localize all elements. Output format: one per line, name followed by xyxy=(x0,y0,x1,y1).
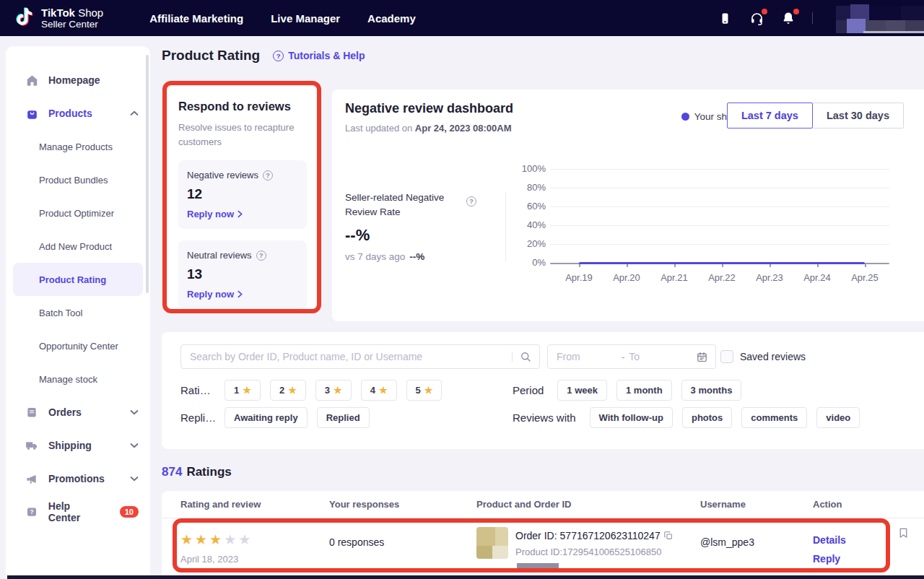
rating-cell: ★★★★★ April 18, 2023 xyxy=(180,518,329,572)
y-tick: 100% xyxy=(518,163,546,174)
sidebar-item-product-bundles[interactable]: Product Bundles xyxy=(6,163,150,196)
product-id-line: Product ID:1729541006525106850 xyxy=(515,547,674,557)
sidebar-item-add-new-product[interactable]: Add New Product xyxy=(6,230,150,263)
col-username: Username xyxy=(700,499,813,510)
ratings-count: 874 xyxy=(162,465,182,479)
tiktok-shop-logo[interactable]: TikTok Shop Seller Center xyxy=(14,5,103,31)
review-date: April 18, 2023 xyxy=(180,554,329,565)
sidebar-item-product-optimizer[interactable]: Product Optimizer xyxy=(6,196,150,230)
sidebar-item-batch-tool[interactable]: Batch Tool xyxy=(6,296,150,329)
comments-chip[interactable]: comments xyxy=(741,407,807,428)
col-rating-and-review: Rating and review xyxy=(180,499,329,510)
question-circle-icon[interactable]: ? xyxy=(466,196,476,206)
star-icon: ★ xyxy=(288,385,297,396)
support-headset-icon[interactable] xyxy=(749,10,764,26)
sidebar-item-opportunity-center[interactable]: Opportunity Center xyxy=(6,329,150,362)
x-tick: Apr.20 xyxy=(613,272,640,283)
video-chip[interactable]: video xyxy=(816,407,860,428)
photos-chip[interactable]: photos xyxy=(682,407,732,428)
reply-link[interactable]: Reply xyxy=(813,553,924,565)
search-input[interactable] xyxy=(190,351,505,362)
dashboard-title: Negative review dashboard xyxy=(345,101,513,116)
sidebar-item-help-center[interactable]: ? Help Center 10 xyxy=(6,495,150,528)
home-icon xyxy=(25,73,39,87)
sidebar-item-promotions[interactable]: Promotions xyxy=(6,462,150,495)
neutral-reviews-count: 13 xyxy=(187,266,298,282)
neutral-reviews-label: Neutral reviews xyxy=(187,250,252,261)
sidebar-item-manage-stock[interactable]: Manage stock xyxy=(6,362,150,396)
bookmark-icon[interactable] xyxy=(897,527,910,542)
nav-right-icons xyxy=(717,3,924,33)
respond-panel-title: Respond to reviews xyxy=(178,100,307,113)
nav-link-live-manager[interactable]: Live Manager xyxy=(271,12,340,25)
rating-4-star-chip[interactable]: 4★ xyxy=(361,380,397,401)
product-thumbnail-redacted[interactable] xyxy=(476,527,508,559)
saved-reviews-label: Saved reviews xyxy=(740,351,806,362)
reply-now-label: Reply now xyxy=(187,289,234,300)
mobile-app-icon[interactable] xyxy=(717,10,733,26)
sidebar-scrollbar[interactable] xyxy=(146,55,149,293)
nav-link-affiliate-marketing[interactable]: Affiliate Marketing xyxy=(149,12,243,25)
question-circle-icon[interactable]: ? xyxy=(256,251,266,261)
account-avatar-redacted[interactable] xyxy=(836,3,924,33)
negative-reviews-card: Negative reviews ? 12 Reply now xyxy=(178,160,307,229)
date-from-input[interactable] xyxy=(557,351,620,362)
last-7-days-button[interactable]: Last 7 days xyxy=(727,103,813,129)
replied-filter-label: Repli… xyxy=(180,412,215,424)
bell-icon[interactable] xyxy=(780,10,796,26)
col-action: Action xyxy=(813,499,924,510)
y-tick: 0% xyxy=(518,257,546,268)
awaiting-reply-chip[interactable]: Awaiting reply xyxy=(225,407,308,428)
period-filter-row: Period 1 week 1 month 3 months xyxy=(513,380,741,401)
nav-link-academy[interactable]: Academy xyxy=(367,12,416,25)
date-to-input[interactable] xyxy=(629,351,674,362)
orders-document-icon xyxy=(25,405,39,419)
saved-reviews-checkbox[interactable] xyxy=(720,350,733,363)
x-tick: Apr.19 xyxy=(565,272,593,283)
sidebar-item-label: Homepage xyxy=(48,74,100,86)
sidebar-item-shipping[interactable]: Shipping xyxy=(6,429,150,462)
sidebar-item-manage-products[interactable]: Manage Products xyxy=(6,130,150,163)
rating-2-star-chip[interactable]: 2★ xyxy=(270,380,306,401)
rating-3-star-chip[interactable]: 3★ xyxy=(315,380,352,401)
sidebar-item-products[interactable]: Products xyxy=(6,97,150,130)
neutral-reply-now-link[interactable]: Reply now xyxy=(187,289,298,300)
star-icon: ★ xyxy=(424,385,433,396)
ratings-count-heading: 874Ratings xyxy=(162,465,232,479)
sidebar-item-product-rating[interactable]: Product Rating xyxy=(13,263,143,296)
logo-text: TikTok Shop Seller Center xyxy=(41,6,103,30)
rating-5-star-chip[interactable]: 5★ xyxy=(406,380,443,401)
y-tick: 20% xyxy=(518,238,546,249)
with-follow-up-chip[interactable]: With follow-up xyxy=(590,407,673,428)
replied-chip[interactable]: Replied xyxy=(317,407,370,428)
date-range-picker: - xyxy=(547,344,716,369)
sidebar-item-label: Help Center xyxy=(48,500,105,523)
x-tick: Apr.22 xyxy=(708,272,736,283)
replied-filter-row: Repli… Awaiting reply Replied xyxy=(180,407,370,428)
period-1-month-chip[interactable]: 1 month xyxy=(616,380,672,401)
sidebar-item-homepage[interactable]: Homepage xyxy=(6,64,150,97)
logo-tiktok: TikTok xyxy=(41,6,75,19)
period-3-months-chip[interactable]: 3 months xyxy=(681,380,742,401)
question-circle-icon[interactable]: ? xyxy=(263,170,273,180)
chevron-down-icon xyxy=(130,443,139,448)
search-icon[interactable] xyxy=(519,350,532,363)
calendar-icon[interactable] xyxy=(696,351,708,363)
rating-1-star-chip[interactable]: 1★ xyxy=(225,380,261,401)
y-tick: 60% xyxy=(518,201,546,212)
negative-reply-now-link[interactable]: Reply now xyxy=(187,209,298,219)
copy-icon[interactable] xyxy=(663,531,674,541)
sidebar-item-label: Products xyxy=(48,108,92,119)
input-divider xyxy=(512,352,513,362)
nav-divider xyxy=(812,12,813,24)
last-updated-prefix: Last updated on xyxy=(345,123,415,134)
sidebar-item-orders[interactable]: Orders xyxy=(6,396,150,429)
tutorials-help-link[interactable]: ? Tutorials & Help xyxy=(273,50,365,61)
last-30-days-button[interactable]: Last 30 days xyxy=(812,103,904,129)
tiktok-note-icon xyxy=(14,5,35,31)
star-icon: ★ xyxy=(180,532,195,547)
star-icon: ★ xyxy=(379,385,388,396)
top-nav: TikTok Shop Seller Center Affiliate Mark… xyxy=(0,0,924,36)
x-tick: Apr.21 xyxy=(661,272,688,283)
period-1-week-chip[interactable]: 1 week xyxy=(557,380,607,401)
